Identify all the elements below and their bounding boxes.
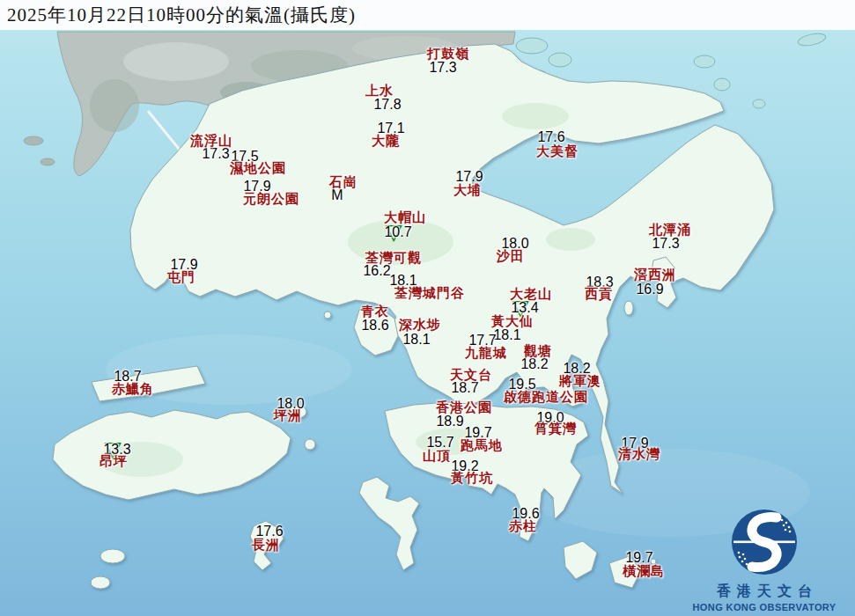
station-value: 18.6 [361,319,388,333]
station-label: 屯門 [167,271,195,284]
hko-logo: 香港天文台 HONG KONG OBSERVATORY [681,508,848,612]
station-label: 上水 [365,84,394,98]
station-value: 17.6 [537,130,564,144]
station-label: 沙田 [497,250,525,263]
hko-logo-chinese: 香港天文台 [681,583,848,601]
station-value: M [331,188,343,202]
station-label: 大埔 [453,184,482,197]
station-label: 坪洲 [274,409,302,422]
station-label: 深水埗 [399,319,441,332]
station-label: 大隴 [372,135,400,148]
hko-logo-english: HONG KONG OBSERVATORY [681,602,848,612]
title-bar: 2025年10月22日10時00分的氣溫(攝氏度) [0,0,855,30]
station-value: 18.1 [402,333,430,347]
station-value: 16.9 [636,282,663,297]
station-label: 長洲 [252,539,280,552]
station-label: 將軍澳 [559,375,601,388]
station-label: 赤柱 [509,520,537,533]
station-value: 18.2 [520,357,548,371]
station-label: 天文台 [450,369,492,382]
station-label: 昂坪 [100,455,128,468]
station-value: 18.1 [493,328,520,342]
station-label: 荃灣可觀 [365,252,422,265]
station-label: 打鼓嶺 [427,48,469,61]
station-label: 西貢 [585,288,613,301]
station-label: 跑馬地 [461,439,503,452]
station-label: 赤鱲角 [112,383,154,396]
station-label: 荃灣城門谷 [394,287,465,300]
station-label: 香港公園 [436,401,492,414]
station-value: 10.7 [384,225,411,239]
station-value: 17.8 [373,98,401,112]
station-label: 大老山 [510,288,552,301]
station-label: 元朗公園 [243,193,299,206]
station-label: 清水灣 [618,448,660,461]
station-label: 啟德跑道公園 [504,391,588,404]
station-value: 18.7 [451,381,478,395]
station-label: 觀塘 [524,345,552,358]
hko-logo-icon [727,508,801,576]
station-value: 16.2 [363,264,390,278]
station-label: 北潭涌 [649,224,691,237]
station-value: 17.3 [652,237,679,251]
station-label: 大帽山 [384,211,426,224]
station-label: 山頂 [423,450,451,463]
station-value: 17.3 [202,147,229,161]
station-label: 大美督 [536,145,579,158]
station-label: 流浮山 [190,135,232,148]
station-label: 青衣 [361,305,389,319]
page-title: 2025年10月22日10時00分的氣溫(攝氏度) [0,3,356,27]
station-label: 筲箕灣 [534,422,577,436]
station-label: 橫瀾島 [623,565,665,578]
station-value: 18.9 [436,414,463,429]
station-value: 17.3 [429,61,456,75]
station-label: 濕地公園 [230,162,286,175]
station-label: 黃竹坑 [451,472,493,485]
station-label: 石崗 [329,176,357,189]
station-label: 九龍城 [465,347,507,360]
station-label: 滘西洲 [634,268,676,282]
station-label: 黃大仙 [491,315,534,328]
